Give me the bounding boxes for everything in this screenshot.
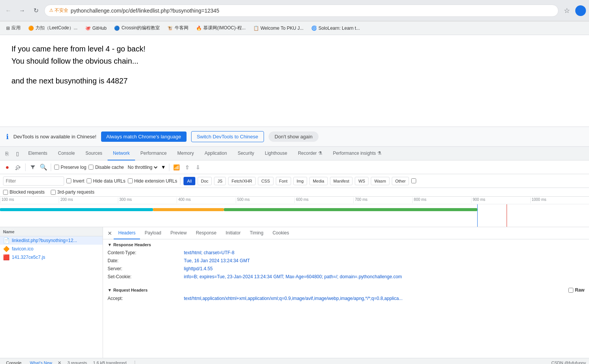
address-bar[interactable]: ⚠ 不安全 pythonchallenge.com/pc/def/linkedl… [44, 5, 558, 17]
blocked-requests-text: Blocked requests [10, 189, 45, 195]
invert-checkbox[interactable] [66, 178, 71, 183]
tab-performance[interactable]: Performance [135, 147, 172, 160]
tab-elements[interactable]: Elements [23, 147, 53, 160]
throttle-chevron: ▼ [161, 164, 166, 170]
filter-manifest[interactable]: Manifest [330, 177, 353, 185]
filter-extra-checkbox[interactable] [411, 178, 416, 183]
console-tab-item[interactable]: Console [3, 360, 24, 364]
tab-memory[interactable]: Memory [172, 147, 199, 160]
filter-media[interactable]: Media [309, 177, 328, 185]
tab-security[interactable]: Security [232, 147, 259, 160]
hide-data-urls-checkbox[interactable] [87, 178, 92, 183]
bookmark-label: 牛客网 [175, 25, 188, 31]
headers-tab-headers[interactable]: Headers [114, 227, 140, 239]
filter-button[interactable] [29, 163, 37, 172]
filter-wasm[interactable]: Wasm [371, 177, 389, 185]
content-type-row: Content-Type: text/html; charset=UTF-8 [108, 249, 584, 256]
close-headers-button[interactable]: ✕ [106, 229, 114, 237]
more-stats: ⋮ [133, 360, 137, 364]
bookmark-imooc[interactable]: 🔥 慕课网(IMOOC)-程... [193, 23, 249, 33]
tab-application[interactable]: Application [199, 147, 232, 160]
forward-button[interactable]: → [17, 5, 27, 16]
import-button[interactable]: ⇧ [183, 163, 192, 172]
file-row-js[interactable]: 🟥 141.327ce5c7.js [0, 253, 103, 261]
reload-button[interactable]: ↻ [31, 5, 41, 16]
tab-console[interactable]: Console [53, 147, 80, 160]
tab-recorder[interactable]: Recorder ⚗ [293, 147, 328, 160]
dont-show-again-button[interactable]: Don't show again [269, 131, 319, 142]
file-icon-favicon: 🔶 [3, 246, 10, 252]
blocked-requests-checkbox[interactable] [3, 190, 8, 195]
throttle-select[interactable]: No throttling [126, 164, 159, 170]
bookmark-sololearn[interactable]: 🌀 SoloLearn: Learn t... [308, 24, 363, 32]
raw-checkbox[interactable] [568, 288, 573, 293]
headers-tab-payload[interactable]: Payload [140, 227, 166, 239]
bookmark-apps[interactable]: ⊞ 应用 [3, 23, 24, 33]
hide-data-urls-label[interactable]: Hide data URLs [87, 178, 126, 184]
blocked-requests-label[interactable]: Blocked requests [3, 189, 45, 195]
whats-new-tab-item[interactable]: What's New [27, 360, 55, 364]
tab-sources[interactable]: Sources [80, 147, 108, 160]
headers-tab-preview[interactable]: Preview [166, 227, 192, 239]
notification-text: DevTools is now available in Chinese! [13, 134, 97, 140]
file-row-favicon[interactable]: 🔶 favicon.ico [0, 245, 103, 253]
disable-cache-checkbox[interactable] [89, 165, 93, 170]
bookmark-button[interactable]: ☆ [562, 5, 572, 16]
headers-tab-response[interactable]: Response [191, 227, 221, 239]
bookmark-leetcode[interactable]: 🟠 力扣（LeetCode）... [25, 23, 80, 33]
disable-cache-label[interactable]: Disable cache [89, 165, 124, 170]
bookmark-label: 应用 [11, 25, 21, 31]
filter-js[interactable]: JS [214, 177, 226, 185]
timeline-scale: 100 ms 200 ms 300 ms 400 ms 500 ms 600 m… [0, 197, 589, 204]
tick-700: 700 ms [353, 197, 412, 203]
filter-fetch-xhr[interactable]: Fetch/XHR [228, 177, 256, 185]
request-headers-title[interactable]: ▼ Request Headers Raw [108, 287, 584, 293]
bookmark-crossin[interactable]: 🔵 Crossin的编程教室 [111, 23, 163, 33]
filter-img[interactable]: Img [293, 177, 307, 185]
filter-ws[interactable]: WS [355, 177, 369, 185]
bottom-tab-close[interactable]: ✕ [58, 360, 61, 364]
preserve-log-checkbox[interactable] [54, 165, 59, 170]
search-button[interactable]: 🔍 [39, 163, 48, 172]
raw-label[interactable]: Raw [568, 287, 584, 293]
export-button[interactable]: ⇩ [194, 163, 202, 172]
filter-all[interactable]: All [183, 177, 195, 185]
stop-recording-button[interactable]: ● [3, 163, 11, 172]
invert-label[interactable]: Invert [66, 178, 84, 184]
preserve-log-label[interactable]: Preserve log [54, 165, 86, 170]
filter-font[interactable]: Font [276, 177, 291, 185]
switch-devtools-button[interactable]: Switch DevTools to Chinese [191, 131, 264, 142]
third-party-label[interactable]: 3rd-party requests [51, 189, 94, 195]
attribution-text: CSDN @fufufunny [551, 361, 586, 364]
tab-network[interactable]: Network [108, 147, 135, 160]
bookmark-github[interactable]: 🐙 GitHub [82, 24, 109, 32]
bookmark-pku[interactable]: 📋 Welcome To PKU J... [250, 24, 307, 32]
separator2 [51, 164, 51, 171]
bookmark-nowcoder[interactable]: 🐮 牛客网 [164, 23, 192, 33]
clear-button[interactable]: ⌮ [14, 163, 22, 172]
filter-input[interactable] [3, 176, 64, 186]
tab-performance-insights[interactable]: Performance insights ⚗ [328, 147, 387, 160]
response-headers-title[interactable]: ▼ Response Headers [108, 242, 584, 247]
headers-tab-initiator[interactable]: Initiator [221, 227, 245, 239]
set-cookie-row: Set-Cookie: info=B; expires=Tue, 23-Jan-… [108, 273, 584, 280]
hide-extension-urls-checkbox[interactable] [128, 178, 133, 183]
headers-tab-timing[interactable]: Timing [245, 227, 268, 239]
device-toolbar-button[interactable]: ▯ [12, 148, 23, 159]
wifi-icon-button[interactable]: 📶 [172, 163, 181, 172]
third-party-checkbox[interactable] [51, 190, 56, 195]
devtools-panel: ⎘ ▯ Elements Console Sources Network Per… [0, 146, 589, 358]
element-picker-button[interactable]: ⎘ [2, 148, 12, 159]
tab-lighthouse[interactable]: Lighthouse [259, 147, 293, 160]
filter-css[interactable]: CSS [258, 177, 274, 185]
hide-extension-urls-label[interactable]: Hide extension URLs [128, 178, 177, 184]
profile-avatar[interactable] [575, 5, 586, 16]
filter-doc[interactable]: Doc [198, 177, 212, 185]
file-row-linkedlist[interactable]: 📄 linkedlist.php?busynothing=12... [0, 236, 103, 245]
date-key: Date: [108, 257, 184, 264]
back-button[interactable]: ← [3, 5, 14, 16]
filter-other[interactable]: Other [392, 177, 409, 185]
match-language-button[interactable]: Always match Chrome's language [101, 131, 187, 142]
content-type-key: Content-Type: [108, 249, 184, 256]
headers-tab-cookies[interactable]: Cookies [268, 227, 293, 239]
